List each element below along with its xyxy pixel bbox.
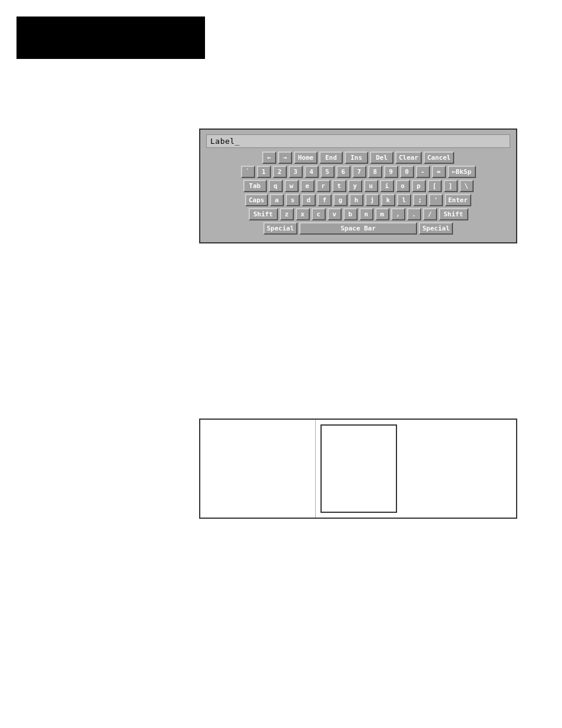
- key-enter[interactable]: Enter: [445, 194, 471, 206]
- key-h[interactable]: h: [349, 194, 363, 206]
- key-1[interactable]: 1: [257, 166, 271, 178]
- keyboard-label: Label_: [206, 134, 510, 148]
- keyboard-row-zxcv: Shift z x c v b n m , . / Shift: [206, 208, 510, 220]
- key-a[interactable]: a: [270, 194, 284, 206]
- diagram-left-panel: [200, 420, 316, 518]
- key-k[interactable]: k: [381, 194, 395, 206]
- key-end[interactable]: End: [319, 151, 343, 164]
- key-2[interactable]: 2: [273, 166, 287, 178]
- key-spacebar[interactable]: Space Bar: [299, 222, 417, 235]
- key-period[interactable]: .: [407, 208, 421, 220]
- key-backspace[interactable]: ←BkSp: [448, 166, 476, 178]
- key-8[interactable]: 8: [368, 166, 382, 178]
- key-t[interactable]: t: [332, 180, 346, 192]
- key-q[interactable]: q: [269, 180, 283, 192]
- key-minus[interactable]: -: [416, 166, 430, 178]
- key-z[interactable]: z: [280, 208, 294, 220]
- key-backslash[interactable]: \: [459, 180, 474, 192]
- key-del[interactable]: Del: [370, 151, 394, 164]
- diagram-center-panel: [320, 424, 397, 513]
- key-d[interactable]: d: [302, 194, 316, 206]
- key-s[interactable]: s: [286, 194, 300, 206]
- key-quote[interactable]: ': [429, 194, 443, 206]
- keyboard-widget: Label_ ← → Home End Ins Del Clear Cancel…: [199, 129, 517, 243]
- key-e[interactable]: e: [300, 180, 315, 192]
- key-y[interactable]: y: [348, 180, 362, 192]
- key-comma[interactable]: ,: [391, 208, 405, 220]
- key-backtick[interactable]: `: [241, 166, 255, 178]
- diagram-container: [199, 419, 517, 519]
- key-home[interactable]: Home: [294, 151, 318, 164]
- key-lbracket[interactable]: [: [428, 180, 442, 192]
- key-special-left[interactable]: Special: [263, 222, 297, 235]
- key-c[interactable]: c: [312, 208, 326, 220]
- key-w[interactable]: w: [285, 180, 299, 192]
- key-7[interactable]: 7: [352, 166, 366, 178]
- key-x[interactable]: x: [296, 208, 310, 220]
- key-shift-left[interactable]: Shift: [249, 208, 278, 220]
- key-b[interactable]: b: [343, 208, 358, 220]
- keyboard-row-asdf: Caps a s d f g h j k l ; ' Enter: [206, 194, 510, 206]
- diagram-right-panel: [402, 420, 517, 518]
- keyboard-control-row: ← → Home End Ins Del Clear Cancel: [206, 151, 510, 164]
- key-6[interactable]: 6: [336, 166, 351, 178]
- key-right-arrow[interactable]: →: [278, 151, 292, 164]
- key-slash[interactable]: /: [423, 208, 437, 220]
- top-black-bar: [16, 17, 205, 59]
- key-o[interactable]: o: [396, 180, 410, 192]
- key-5[interactable]: 5: [320, 166, 335, 178]
- key-4[interactable]: 4: [305, 166, 319, 178]
- key-ins[interactable]: Ins: [345, 151, 368, 164]
- key-n[interactable]: n: [359, 208, 373, 220]
- key-v[interactable]: v: [328, 208, 342, 220]
- key-shift-right[interactable]: Shift: [439, 208, 468, 220]
- key-0[interactable]: 0: [400, 166, 414, 178]
- key-u[interactable]: u: [364, 180, 378, 192]
- keyboard-row-qwerty: Tab q w e r t y u i o p [ ] \: [206, 180, 510, 192]
- keyboard-row-space: Special Space Bar Special: [206, 222, 510, 235]
- key-tab[interactable]: Tab: [243, 180, 267, 192]
- key-j[interactable]: j: [365, 194, 379, 206]
- key-p[interactable]: p: [412, 180, 426, 192]
- key-r[interactable]: r: [316, 180, 330, 192]
- key-equals[interactable]: =: [432, 166, 446, 178]
- key-semicolon[interactable]: ;: [413, 194, 427, 206]
- key-m[interactable]: m: [375, 208, 389, 220]
- key-9[interactable]: 9: [384, 166, 398, 178]
- key-3[interactable]: 3: [289, 166, 303, 178]
- key-l[interactable]: l: [397, 194, 411, 206]
- key-g[interactable]: g: [333, 194, 348, 206]
- keyboard-row-numbers: ` 1 2 3 4 5 6 7 8 9 0 - = ←BkSp: [206, 166, 510, 178]
- key-cancel[interactable]: Cancel: [424, 151, 454, 164]
- key-rbracket[interactable]: ]: [444, 180, 458, 192]
- key-caps[interactable]: Caps: [245, 194, 268, 206]
- key-special-right[interactable]: Special: [419, 222, 453, 235]
- key-f[interactable]: f: [318, 194, 332, 206]
- key-left-arrow[interactable]: ←: [262, 151, 276, 164]
- key-i[interactable]: i: [380, 180, 394, 192]
- key-clear[interactable]: Clear: [395, 151, 422, 164]
